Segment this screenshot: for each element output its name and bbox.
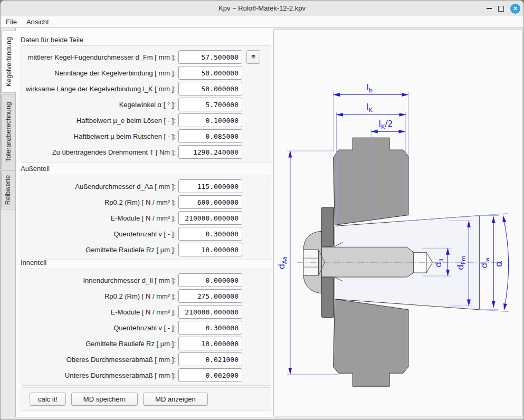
field-input[interactable]: [178, 66, 242, 80]
label-daa: dAa: [277, 256, 288, 269]
field-label: Haftbeiwert µ beim Rutschen [ - ]:: [25, 132, 178, 140]
field-label: Innendurchmesser d_Ii [ mm ]:: [25, 276, 178, 284]
field-input[interactable]: [178, 337, 242, 350]
field-input[interactable]: [178, 243, 242, 256]
field-input[interactable]: [178, 211, 242, 225]
field-row: Unteres Durchmesserabmaß [ mm ]:: [25, 368, 266, 382]
field-row: Oberes Durchmesserabmaß [ mm ]:: [25, 352, 266, 366]
field-input[interactable]: [178, 321, 242, 335]
field-row: Haftbeiwert µ_e beim Lösen [ - ]:: [25, 113, 266, 127]
tab-kegelverbindung[interactable]: Kegelverbindung: [1, 31, 16, 93]
field-row: wirksame Länge der Kegelverbindung l_K […: [25, 82, 266, 96]
field-input[interactable]: [178, 227, 242, 241]
window-controls: ✕: [487, 1, 520, 16]
title-bar[interactable]: Kpv ~ Roloff-Matek-12-2.kpv ✕: [1, 1, 523, 17]
md-save-button[interactable]: MD speichern: [71, 393, 138, 406]
field-row: Querdehnzahl v [ - ]:: [25, 227, 266, 241]
tab-toleranzberechnung[interactable]: Toleranzberechnung: [1, 94, 15, 169]
action-button-box: calc it! MD speichern MD anzeigen: [21, 387, 271, 411]
field-row: mittlerer Kegel-Fugendurchmesser d_Fm [ …: [25, 50, 266, 64]
field-input[interactable]: [178, 273, 242, 287]
field-label: Kegelwinkel α [ ° ]:: [25, 101, 178, 109]
drawing-panel: lb lK lK/2 dAa dIi dFm dIa α: [273, 30, 523, 416]
field-label: E-Module [ N / mm² ]:: [25, 214, 178, 222]
field-input[interactable]: [178, 352, 242, 366]
app-window: Kpv ~ Roloff-Matek-12-2.kpv ✕ File Ansic…: [0, 0, 524, 420]
field-label: Querdehnzahl v [ - ]:: [25, 230, 178, 238]
field-row: Innendurchmesser d_Ii [ mm ]:: [25, 273, 266, 287]
field-row: Nennlänge der Kegelverbindung [ mm ]:: [25, 66, 266, 80]
label-lk2: lK/2: [379, 119, 393, 130]
group-title-daten: Daten für beide Teile: [21, 36, 83, 44]
field-label: mittlerer Kegel-Fugendurchmesser d_Fm [ …: [25, 53, 178, 61]
window-title: Kpv ~ Roloff-Matek-12-2.kpv: [1, 1, 523, 16]
field-row: Rp0.2 (Rm) [ N / mm² ]:: [25, 289, 266, 303]
field-input[interactable]: [178, 50, 242, 64]
menu-ansicht[interactable]: Ansicht: [26, 18, 49, 26]
group-title-innenteil: Innenteil: [21, 259, 46, 266]
maximize-icon[interactable]: [498, 6, 504, 12]
main-area: Kegelverbindung Toleranzberechnung Reibw…: [1, 28, 523, 417]
field-input[interactable]: [178, 145, 242, 159]
menu-file[interactable]: File: [6, 18, 17, 26]
tab-strip: Kegelverbindung Toleranzberechnung Reibw…: [1, 28, 15, 417]
field-row: Querdehnzahl v [ - ]:: [25, 321, 266, 335]
field-row: Kegelwinkel α [ ° ]:: [25, 98, 266, 111]
field-row: Gemittelte Rautiefe Rz [ µm ]:: [25, 243, 266, 256]
field-row: E-Module [ N / mm² ]:: [25, 305, 266, 319]
field-input[interactable]: [178, 98, 242, 111]
field-input[interactable]: [178, 82, 242, 96]
label-dia: dIa: [479, 257, 491, 268]
field-row: Zu übertragendes Drehmoment T [ Nm ]:: [25, 145, 266, 159]
field-label: Nennlänge der Kegelverbindung [ mm ]:: [25, 69, 178, 77]
field-label: Unteres Durchmesserabmaß [ mm ]:: [25, 371, 178, 379]
field-label: Außendurchmesser d_Aa [ mm ]:: [25, 183, 178, 190]
technical-drawing: lb lK lK/2 dAa dIi dFm dIa α: [274, 30, 522, 416]
md-show-button[interactable]: MD anzeigen: [143, 393, 208, 406]
group-box-innenteil: Innendurchmesser d_Ii [ mm ]: Rp0.2 (Rm)…: [21, 269, 271, 386]
field-label: Gemittelte Rautiefe Rz [ µm ]:: [25, 340, 178, 348]
field-input[interactable]: [178, 179, 242, 193]
field-label: Querdehnzahl v [ - ]:: [25, 324, 178, 332]
field-label: E-Module [ N / mm² ]:: [25, 308, 178, 316]
minimize-icon[interactable]: [487, 8, 492, 9]
field-row: Rp0.2 (Rm) [ N / mm² ]:: [25, 195, 266, 209]
field-input[interactable]: [178, 195, 242, 209]
field-input[interactable]: [178, 289, 242, 303]
label-lk: lK: [366, 102, 373, 113]
field-menu-button[interactable]: ≡: [246, 50, 260, 64]
label-lb: lb: [367, 82, 373, 94]
close-icon[interactable]: ✕: [510, 4, 520, 14]
field-input[interactable]: [178, 368, 242, 382]
field-label: Oberes Durchmesserabmaß [ mm ]:: [25, 356, 178, 364]
field-label: Rp0.2 (Rm) [ N / mm² ]:: [25, 292, 178, 300]
field-input[interactable]: [178, 129, 242, 143]
field-input[interactable]: [178, 113, 242, 127]
field-row: Gemittelte Rautiefe Rz [ µm ]:: [25, 337, 266, 350]
tab-reibwerte[interactable]: Reibwerte: [1, 170, 15, 209]
menu-bar: File Ansicht: [1, 16, 523, 28]
field-label: Haftbeiwert µ_e beim Lösen [ - ]:: [25, 117, 178, 125]
field-row: Außendurchmesser d_Aa [ mm ]:: [25, 179, 266, 193]
field-input[interactable]: [178, 305, 242, 319]
field-row: E-Module [ N / mm² ]:: [25, 211, 266, 225]
field-label: Gemittelte Rautiefe Rz [ µm ]:: [25, 246, 178, 254]
group-box-aussenteil: Außendurchmesser d_Aa [ mm ]: Rp0.2 (Rm)…: [21, 175, 271, 260]
field-label: wirksame Länge der Kegelverbindung l_K […: [25, 85, 178, 93]
group-title-aussenteil: Außenteil: [21, 165, 50, 173]
field-label: Rp0.2 (Rm) [ N / mm² ]:: [25, 198, 178, 206]
field-label: Zu übertragendes Drehmoment T [ Nm ]:: [25, 148, 178, 156]
calc-button[interactable]: calc it!: [30, 393, 66, 406]
field-row: Haftbeiwert µ beim Rutschen [ - ]:: [25, 129, 266, 143]
label-alpha: α: [493, 261, 504, 267]
group-box-daten: mittlerer Kegel-Fugendurchmesser d_Fm [ …: [21, 45, 271, 163]
